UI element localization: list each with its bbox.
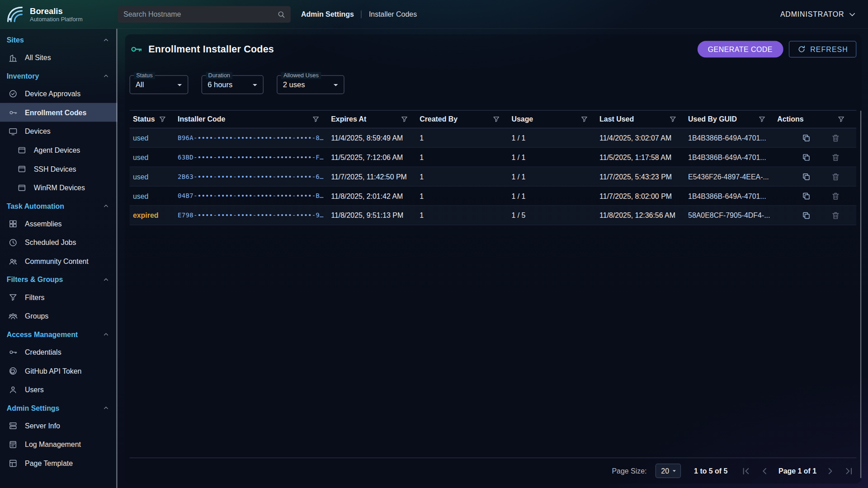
- cell-actions: [777, 172, 856, 181]
- cell-used-by-guid: 58A0E8CF-7905-4DF4-...: [688, 211, 777, 219]
- sidebar-section-label: Filters & Groups: [7, 276, 63, 284]
- sidebar-item-enrollment-codes[interactable]: Enrollment Codes: [0, 103, 118, 122]
- search-icon[interactable]: [277, 9, 286, 19]
- copy-icon[interactable]: [802, 172, 811, 181]
- sidebar-section-header-access-management[interactable]: Access Management: [0, 325, 118, 343]
- cell-created-by: 1: [420, 153, 511, 161]
- sidebar-item-scheduled-jobs[interactable]: Scheduled Jobs: [0, 233, 118, 252]
- chevron-up-icon: [102, 202, 110, 210]
- previous-page-icon[interactable]: [760, 465, 770, 476]
- sidebar-item-users[interactable]: Users: [0, 380, 118, 399]
- filter-icon[interactable]: [580, 115, 588, 123]
- sidebar-item-assemblies[interactable]: Assemblies: [0, 214, 118, 233]
- sidebar-section-header-admin-settings[interactable]: Admin Settings: [0, 399, 118, 416]
- key-icon: [130, 42, 143, 56]
- copy-icon[interactable]: [802, 191, 811, 201]
- refresh-button[interactable]: REFRESH: [788, 41, 856, 58]
- filter-icon[interactable]: [492, 115, 500, 123]
- filter-select-allowed-uses[interactable]: Allowed Uses2 uses: [277, 75, 344, 94]
- window-icon: [17, 164, 27, 174]
- cell-installer-code[interactable]: E798-••••-••••-••••-••••-••••-••••-964B: [178, 211, 331, 219]
- logs-icon: [8, 440, 18, 449]
- cell-expires-at: 11/5/2025, 7:12:06 AM: [331, 153, 420, 161]
- sidebar-item-filters[interactable]: Filters: [0, 288, 118, 307]
- cell-usage: 1 / 1: [511, 192, 599, 200]
- sidebar-scrollbar[interactable]: [116, 29, 117, 488]
- filter-icon[interactable]: [400, 115, 408, 123]
- page-size-select[interactable]: 20: [656, 464, 681, 478]
- generate-code-button[interactable]: GENERATE CODE: [697, 41, 783, 58]
- sidebar-item-log-management[interactable]: Log Management: [0, 435, 118, 454]
- filter-icon[interactable]: [758, 115, 766, 123]
- sidebar-item-server-info[interactable]: Server Info: [0, 416, 118, 435]
- sidebar-item-groups[interactable]: Groups: [0, 306, 118, 325]
- column-label: Status: [133, 115, 155, 123]
- filter-icon[interactable]: [837, 115, 845, 123]
- sidebar-section-header-sites[interactable]: Sites: [0, 31, 118, 48]
- breadcrumb-installer-codes[interactable]: Installer Codes: [369, 10, 417, 18]
- sidebar-item-label: GitHub API Token: [25, 366, 81, 375]
- cell-status: used: [133, 172, 178, 180]
- server-icon: [8, 421, 18, 430]
- table-scrollbar[interactable]: [860, 111, 861, 478]
- caret-down-icon: [175, 80, 185, 90]
- sidebar-item-credentials[interactable]: Credentials: [0, 343, 118, 361]
- page-header: Enrollment Installer Codes GENERATE CODE…: [130, 40, 857, 59]
- filter-select-duration[interactable]: Duration6 hours: [202, 75, 264, 94]
- sidebar-section-header-filters-groups[interactable]: Filters & Groups: [0, 271, 118, 288]
- cell-installer-code[interactable]: 63BD-••••-••••-••••-••••-••••-••••-F4E1: [178, 153, 331, 161]
- filter-select-status[interactable]: StatusAll: [130, 75, 189, 94]
- column-header-usage: Usage: [511, 115, 599, 123]
- column-header-used-by-guid: Used By GUID: [688, 115, 777, 123]
- sidebar-item-page-template[interactable]: Page Template: [0, 454, 118, 473]
- sidebar-item-label: Filters: [25, 293, 44, 301]
- cell-used-by-guid: 1B4B386B-649A-4701...: [688, 153, 777, 161]
- next-page-icon[interactable]: [825, 465, 835, 476]
- copy-icon[interactable]: [802, 211, 811, 220]
- sidebar-item-ssh-devices[interactable]: SSH Devices: [0, 160, 118, 178]
- search-input[interactable]: [118, 10, 277, 18]
- sidebar-nav: SitesAll SitesInventoryDevice ApprovalsE…: [0, 31, 118, 473]
- trash-icon[interactable]: [831, 191, 840, 201]
- sidebar-item-label: Community Content: [25, 257, 89, 265]
- trash-icon[interactable]: [831, 211, 840, 220]
- sidebar-item-devices[interactable]: Devices: [0, 122, 118, 141]
- sites-icon: [8, 53, 18, 62]
- filter-icon[interactable]: [158, 115, 166, 123]
- sidebar-item-device-approvals[interactable]: Device Approvals: [0, 84, 118, 103]
- cell-created-by: 1: [420, 134, 511, 142]
- sidebar-section-header-inventory[interactable]: Inventory: [0, 67, 118, 84]
- table-header-row: StatusInstaller CodeExpires AtCreated By…: [130, 110, 857, 128]
- cell-used-by-guid: E5436F26-4897-4EEA-...: [688, 172, 777, 180]
- sidebar-item-community-content[interactable]: Community Content: [0, 252, 118, 271]
- cell-installer-code[interactable]: 04B7-••••-••••-••••-••••-••••-••••-B08D: [178, 192, 331, 200]
- filter-value: All: [136, 80, 175, 89]
- cell-installer-code[interactable]: 2B63-••••-••••-••••-••••-••••-••••-6BA4: [178, 173, 331, 180]
- copy-icon[interactable]: [802, 133, 811, 142]
- page-size-label: Page Size:: [612, 467, 646, 475]
- trash-icon[interactable]: [831, 172, 840, 181]
- breadcrumb-admin-settings[interactable]: Admin Settings: [301, 10, 354, 18]
- filter-label: Allowed Uses: [281, 72, 321, 79]
- cell-installer-code[interactable]: B96A-••••-••••-••••-••••-••••-••••-80FD: [178, 134, 331, 141]
- column-label: Actions: [777, 115, 803, 123]
- column-label: Usage: [511, 115, 533, 123]
- filter-icon[interactable]: [669, 115, 677, 123]
- clock-icon: [8, 238, 18, 247]
- first-page-icon[interactable]: [741, 465, 751, 476]
- trash-icon[interactable]: [831, 152, 840, 162]
- sidebar-item-github-api-token[interactable]: GitHub API Token: [0, 361, 118, 380]
- sidebar-item-label: Server Info: [25, 421, 60, 429]
- user-menu[interactable]: ADMINISTRATOR: [780, 9, 857, 19]
- copy-icon[interactable]: [802, 152, 811, 162]
- sidebar-item-winrm-devices[interactable]: WinRM Devices: [0, 178, 118, 197]
- sidebar-item-agent-devices[interactable]: Agent Devices: [0, 141, 118, 160]
- sidebar-section-header-task-automation[interactable]: Task Automation: [0, 197, 118, 214]
- column-header-last-used: Last Used: [599, 115, 688, 123]
- filter-icon[interactable]: [311, 115, 320, 123]
- last-page-icon[interactable]: [844, 465, 854, 476]
- trash-icon[interactable]: [831, 133, 840, 142]
- sidebar-item-all-sites[interactable]: All Sites: [0, 48, 118, 67]
- column-header-status: Status: [133, 115, 178, 123]
- cell-last-used: 11/7/2025, 8:02:00 PM: [599, 192, 688, 200]
